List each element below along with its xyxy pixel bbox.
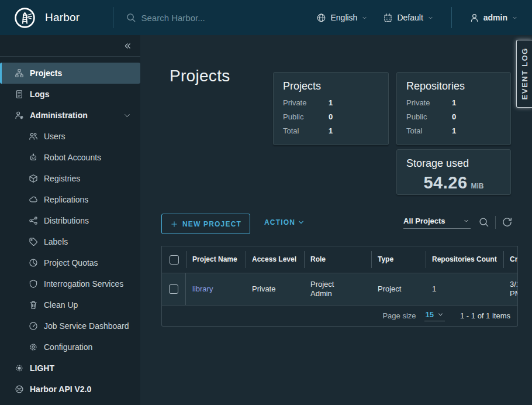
- stat-label: Total: [283, 126, 329, 136]
- harbor-logo-icon: [14, 7, 36, 29]
- search-input[interactable]: [141, 13, 316, 23]
- column-header-access-level[interactable]: Access Level: [246, 246, 304, 273]
- items-range-label: 1 - 1 of 1 items: [460, 311, 510, 320]
- new-project-label: NEW PROJECT: [182, 220, 241, 228]
- row-checkbox[interactable]: [169, 284, 178, 294]
- brand-area[interactable]: Harbor: [14, 7, 112, 29]
- sun-icon: [15, 363, 24, 373]
- datagrid-header: Project Name Access Level Role Type Repo…: [162, 246, 517, 273]
- dashboard-icon: [29, 321, 38, 331]
- sidebar-item-label: Project Quotas: [44, 258, 98, 267]
- card-title: Repositories: [397, 73, 510, 96]
- event-log-tab[interactable]: EVENT LOG: [516, 40, 532, 108]
- stat-row: Private 1: [397, 96, 510, 110]
- global-search: [126, 12, 316, 23]
- sidebar-item-clean-up[interactable]: Clean Up: [0, 294, 140, 315]
- sidebar-nav: Projects Logs Administration Users Robot…: [0, 35, 140, 405]
- sidebar-item-project-quotas[interactable]: Project Quotas: [0, 252, 140, 273]
- action-dropdown-button[interactable]: ACTION: [264, 218, 305, 226]
- new-project-button[interactable]: NEW PROJECT: [161, 214, 250, 234]
- access-level-cell: Private: [246, 273, 304, 305]
- plus-icon: [170, 220, 178, 228]
- stat-value: 0: [452, 112, 456, 122]
- sidebar-item-label: Clean Up: [44, 300, 78, 310]
- chevron-down-icon: [512, 15, 518, 21]
- filter-search-icon[interactable]: [478, 217, 489, 228]
- api-icon: [15, 385, 24, 394]
- storage-unit: MiB: [471, 182, 484, 190]
- logs-icon: [15, 90, 24, 99]
- header-divider: [451, 7, 452, 28]
- sidebar-item-label: Job Service Dashboard: [44, 321, 129, 331]
- sidebar-item-logs[interactable]: Logs: [0, 84, 140, 105]
- sidebar-item-users[interactable]: Users: [0, 126, 140, 147]
- column-header-type[interactable]: Type: [371, 246, 426, 273]
- sidebar-items: Projects Logs Administration Users Robot…: [0, 57, 140, 400]
- sidebar-item-label: Interrogation Services: [44, 279, 123, 289]
- sidebar-item-registries[interactable]: Registries: [0, 168, 140, 189]
- trash-icon: [29, 300, 38, 310]
- collapse-sidebar-icon[interactable]: [122, 41, 132, 51]
- quotas-icon: [29, 258, 38, 267]
- sidebar-item-interrogation-services[interactable]: Interrogation Services: [0, 273, 140, 294]
- stat-label: Private: [283, 98, 329, 108]
- role-cell: Project Admin: [304, 273, 371, 305]
- sidebar-item-label: Configuration: [44, 342, 92, 352]
- users-icon: [29, 132, 38, 141]
- sidebar-item-label: Distributions: [44, 216, 89, 225]
- page-size-select[interactable]: 15: [424, 310, 445, 321]
- sidebar-item-robot-accounts[interactable]: Robot Accounts: [0, 147, 140, 168]
- search-icon: [126, 12, 136, 23]
- stat-value: 1: [452, 98, 456, 108]
- project-filter-group: All Projects: [403, 215, 513, 229]
- user-menu[interactable]: admin: [469, 13, 518, 23]
- project-link[interactable]: library: [192, 284, 213, 294]
- stat-value: 1: [329, 98, 333, 108]
- projects-stats-card: Projects Private 1 Public 0 Total 1: [273, 72, 389, 145]
- project-filter-select[interactable]: All Projects: [403, 215, 471, 229]
- refresh-icon[interactable]: [502, 217, 513, 228]
- sidebar-item-label: Users: [44, 132, 65, 141]
- top-header-bar: Harbor English Default admin: [0, 0, 532, 35]
- user-icon: [469, 13, 479, 23]
- sidebar-item-projects[interactable]: Projects: [0, 63, 140, 84]
- chevron-down-icon: [427, 15, 434, 21]
- instance-selector[interactable]: Default: [383, 13, 433, 23]
- main-content: Projects Projects Private 1 Public 0 Tot…: [140, 35, 532, 405]
- sidebar-item-configuration[interactable]: Configuration: [0, 337, 140, 358]
- toolbar-divider: [495, 216, 496, 229]
- storage-number: 54.26: [423, 173, 467, 193]
- stat-value: 0: [329, 112, 333, 122]
- sidebar-collapse-row: [0, 35, 140, 57]
- sidebar-item-labels[interactable]: Labels: [0, 231, 140, 252]
- select-all-checkbox[interactable]: [170, 255, 179, 265]
- sidebar-item-administration[interactable]: Administration: [0, 105, 140, 126]
- header-actions: English Default admin: [316, 7, 518, 28]
- repositories-count-cell: 1: [426, 273, 503, 305]
- sidebar-item-theme-toggle[interactable]: LIGHT: [0, 358, 140, 379]
- column-header-creation-time[interactable]: Cre: [503, 246, 517, 273]
- column-header-project-name[interactable]: Project Name: [186, 246, 246, 273]
- stat-label: Public: [283, 112, 329, 122]
- column-header-role[interactable]: Role: [304, 246, 371, 273]
- chevron-down-icon: [437, 311, 444, 318]
- shield-icon: [29, 279, 38, 289]
- sidebar-item-job-service-dashboard[interactable]: Job Service Dashboard: [0, 315, 140, 337]
- sidebar-item-replications[interactable]: Replications: [0, 189, 140, 210]
- action-label: ACTION: [264, 218, 295, 226]
- column-header-repositories-count[interactable]: Repositories Count: [426, 246, 503, 273]
- robot-icon: [29, 153, 38, 162]
- language-selector[interactable]: English: [316, 13, 368, 23]
- creation-time-cell: 3/1 PM: [503, 273, 517, 305]
- table-row[interactable]: library Private Project Admin Project 1 …: [162, 273, 517, 306]
- chevron-down-icon: [298, 219, 305, 226]
- sidebar-item-distributions[interactable]: Distributions: [0, 210, 140, 231]
- sidebar-item-label: Administration: [30, 111, 88, 120]
- projects-datagrid: Project Name Access Level Role Type Repo…: [161, 246, 518, 327]
- gear-icon: [29, 342, 38, 352]
- username-label: admin: [483, 13, 507, 22]
- stat-value: 1: [329, 126, 333, 136]
- harbor-app: Harbor English Default admin: [0, 0, 532, 405]
- sidebar-item-harbor-api[interactable]: Harbor API V2.0: [0, 379, 140, 400]
- stat-row: Public 0: [397, 110, 510, 124]
